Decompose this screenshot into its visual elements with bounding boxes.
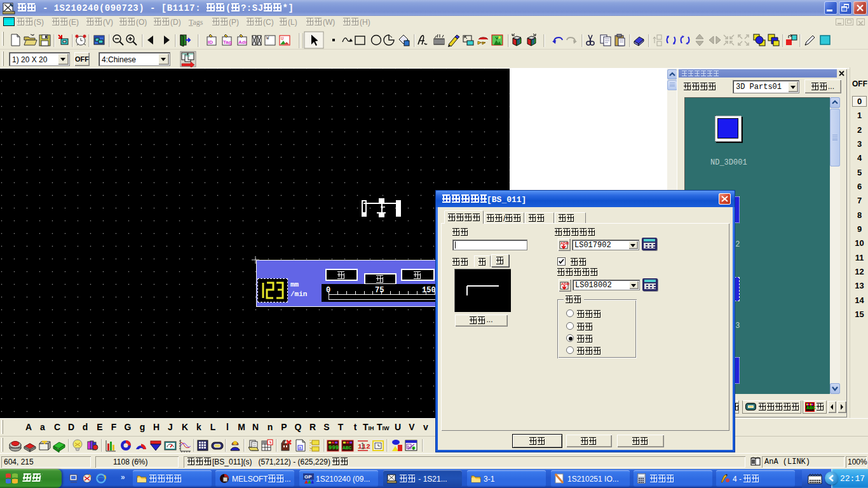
svg-text:6: 6 — [412, 447, 414, 451]
svg-text:U: U — [281, 36, 283, 41]
svg-text:ADR: ADR — [561, 282, 570, 286]
svg-text:ID: ID — [208, 39, 213, 45]
svg-text:Tag: Tag — [223, 39, 232, 45]
svg-text:999: 999 — [329, 445, 339, 451]
svg-text:ADR: ADR — [560, 241, 569, 245]
svg-text:a: a — [299, 445, 301, 450]
svg-text:GP: GP — [304, 474, 312, 480]
svg-text:ABC: ABC — [342, 445, 352, 451]
svg-text:112: 112 — [358, 443, 370, 451]
svg-text:Adr: Adr — [238, 39, 247, 45]
